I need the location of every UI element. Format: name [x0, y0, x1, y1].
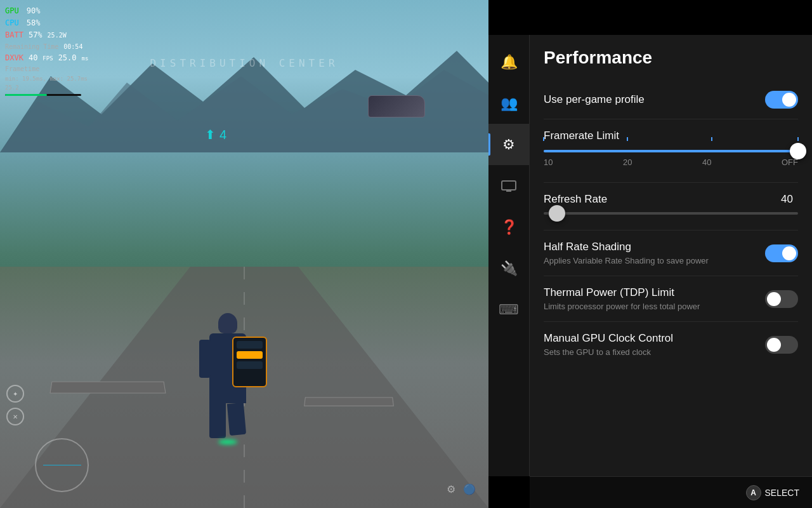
manual-gpu-sublabel: Sets the GPU to a fixed clock: [544, 347, 673, 357]
thermal-power-label: Thermal Power (TDP) Limit: [544, 286, 700, 299]
frametime-value: 25.2: [5, 83, 88, 92]
platform-left: [49, 382, 166, 394]
thermal-power-text: Thermal Power (TDP) Limit Limits process…: [544, 286, 700, 311]
frametime-minmax: min: 19.5ms, max: 25.7ms: [5, 74, 88, 83]
manual-gpu-toggle-knob: [767, 338, 781, 352]
hud-bottom-right: ⚙ 🔵: [447, 483, 476, 495]
batt-time: 00:54: [63, 42, 82, 52]
tick-label-20: 20: [623, 157, 632, 167]
tick-10: [543, 137, 544, 141]
frametime-label: Frametime: [5, 64, 88, 74]
manual-gpu-label: Manual GPU Clock Control: [544, 332, 673, 345]
per-game-toggle[interactable]: [765, 91, 798, 109]
tick-40: [711, 137, 712, 141]
gpu-value: 90%: [27, 5, 41, 17]
refresh-rate-label: Refresh Rate: [544, 193, 607, 206]
character: [209, 313, 246, 444]
select-label: SELECT: [765, 488, 799, 498]
tick-off: [797, 137, 799, 141]
dxvk-label: DXVK: [5, 52, 23, 64]
sidebar-item-friends[interactable]: 👥: [488, 83, 530, 124]
sidebar-item-display[interactable]: [488, 165, 530, 206]
sidebar-item-keyboard[interactable]: ⌨: [488, 289, 530, 330]
waypoint-marker: ⬆ 4: [205, 127, 226, 142]
batt-remaining-label: Remaining Time: [5, 42, 58, 52]
main-content: Performance Use per-game profile Framera…: [530, 35, 812, 476]
hud-stats: GPU 90% CPU 58% BATT 57% 25.2W Remaining…: [5, 5, 88, 96]
sidebar-item-power[interactable]: 🔌: [488, 248, 530, 289]
refresh-rate-slider[interactable]: [544, 212, 798, 215]
dxvk-fps: 40: [29, 52, 37, 64]
tick-label-off: OFF: [782, 157, 798, 167]
half-rate-label: Half Rate Shading: [544, 241, 709, 253]
setting-refresh-rate: Refresh Rate 40: [544, 183, 798, 231]
right-panel: ⚙ 📶 57% 18:43 👤 🔔 👥 ⚙ ❓ 🔌 ⌨ Performance: [488, 0, 812, 508]
manual-gpu-toggle[interactable]: [765, 336, 798, 354]
a-button-icon: A: [746, 485, 761, 500]
location-marker: DISTRIBUTION CENTER: [150, 57, 338, 69]
thermal-power-toggle[interactable]: [765, 290, 798, 308]
game-area: DISTRIBUTION CENTER ⬆ 4 ✦: [0, 0, 488, 508]
thermal-power-sublabel: Limits processor power for less total po…: [544, 302, 700, 311]
dxvk-ms-sup: ms: [82, 54, 89, 63]
framerate-label: Framerate Limit: [544, 130, 619, 142]
page-title: Performance: [544, 48, 798, 68]
half-rate-toggle[interactable]: [765, 244, 798, 262]
compass-hud: [35, 438, 89, 492]
thermal-power-toggle-knob: [767, 292, 781, 306]
framerate-slider-labels: 10 20 40 OFF: [544, 157, 798, 167]
cpu-label: CPU: [5, 17, 19, 29]
framerate-slider-container: 10 20 40 OFF: [544, 142, 798, 172]
sidebar: 🔔 👥 ⚙ ❓ 🔌 ⌨: [488, 35, 530, 476]
setting-per-game-profile: Use per-game profile: [544, 81, 798, 119]
sidebar-item-notifications[interactable]: 🔔: [488, 41, 530, 83]
refresh-rate-thumb[interactable]: [549, 205, 565, 222]
svg-rect-4: [502, 181, 516, 190]
half-rate-text: Half Rate Shading Applies Variable Rate …: [544, 241, 709, 265]
bottom-bar: A SELECT: [530, 476, 812, 508]
tick-label-10: 10: [544, 157, 553, 167]
platform-right: [304, 398, 394, 406]
gpu-label: GPU: [5, 5, 19, 17]
tick-20: [627, 137, 628, 141]
batt-value: 57%: [29, 29, 43, 41]
setting-half-rate-shading: Half Rate Shading Applies Variable Rate …: [544, 231, 798, 276]
framerate-slider-fill: [544, 150, 798, 152]
setting-manual-gpu-clock: Manual GPU Clock Control Sets the GPU to…: [544, 322, 798, 367]
sidebar-item-settings[interactable]: ⚙: [488, 124, 530, 165]
half-rate-toggle-knob: [782, 246, 796, 260]
sidebar-item-help[interactable]: ❓: [488, 206, 530, 248]
setting-framerate-limit: Framerate Limit 10 20 40 OFF: [544, 119, 798, 183]
framerate-slider-track[interactable]: [544, 150, 798, 152]
manual-gpu-text: Manual GPU Clock Control Sets the GPU to…: [544, 332, 673, 357]
select-button[interactable]: A SELECT: [746, 485, 799, 500]
batt-power: 25.2W: [48, 30, 67, 41]
dxvk-fps-sup: FPS: [43, 54, 53, 63]
half-rate-sublabel: Applies Variable Rate Shading to save po…: [544, 256, 709, 265]
per-game-label: Use per-game profile: [544, 93, 645, 106]
vehicle: [368, 95, 425, 117]
tick-label-40: 40: [702, 157, 711, 167]
refresh-rate-value: 40: [781, 193, 793, 206]
cpu-value: 58%: [27, 17, 41, 29]
hud-side-icons: ✦ ✕: [6, 385, 24, 425]
batt-label: BATT: [5, 29, 23, 41]
setting-thermal-power: Thermal Power (TDP) Limit Limits process…: [544, 276, 798, 322]
per-game-toggle-knob: [782, 93, 796, 107]
dxvk-ms: 25.0: [58, 52, 77, 64]
refresh-rate-track: [544, 212, 798, 215]
